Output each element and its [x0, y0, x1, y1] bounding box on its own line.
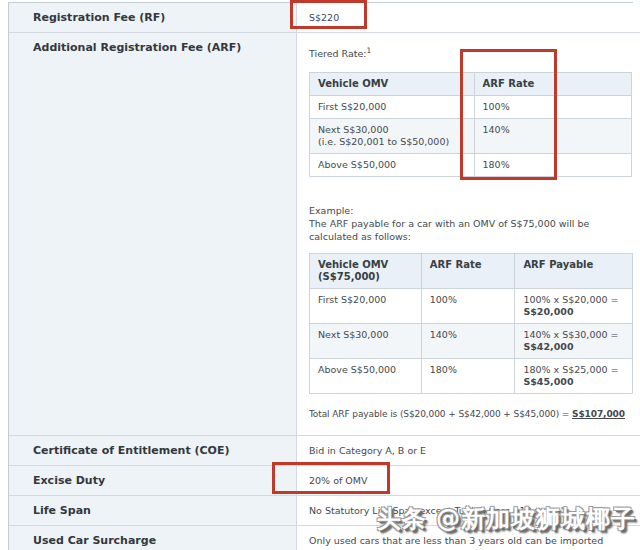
coe-value: Bid in Category A, B or E — [309, 445, 426, 456]
example-rate: 100% — [421, 289, 515, 324]
example-result: S$45,000 — [523, 376, 624, 388]
example-row: Above S$50,000 180% 180% x S$25,000 = S$… — [310, 359, 633, 394]
tier-table-wrap: Vehicle OMV ARF Rate First S$20,000 100%… — [309, 72, 632, 177]
tier-rate: 100% — [474, 96, 631, 119]
total-arf-line: Total ARF payable is (S$20,000 + S$42,00… — [309, 408, 633, 421]
total-arf-prefix: Total ARF payable is (S$20,000 + S$42,00… — [309, 409, 572, 419]
arf-tier-table: Vehicle OMV ARF Rate First S$20,000 100%… — [309, 72, 632, 177]
example-omv: First S$20,000 — [310, 289, 422, 324]
row-label-coe: Certificate of Entitlement (COE) — [9, 436, 297, 466]
example-result: S$20,000 — [523, 306, 624, 318]
row-label-registration-fee: Registration Fee (RF) — [9, 3, 297, 33]
tiered-rate-footnote: 1 — [367, 46, 372, 55]
example-text: The ARF payable for a car with an OMV of… — [309, 217, 633, 243]
row-value-life-span: No Statutory Life Span except Tuition Ca… — [297, 496, 640, 526]
example-rate: 140% — [421, 324, 515, 359]
example-row: First S$20,000 100% 100% x S$20,000 = S$… — [310, 289, 633, 324]
example-omv: Next S$30,000 — [310, 324, 422, 359]
row-value-registration-fee: S$220 — [297, 3, 640, 33]
arf-example-table: Vehicle OMV (S$75,000) ARF Rate ARF Paya… — [309, 253, 633, 394]
tiered-rate-line: Tiered Rate:1 — [309, 47, 633, 60]
example-block: Example: The ARF payable for a car with … — [309, 204, 633, 243]
tier-omv-note: (i.e. S$20,001 to S$50,000) — [318, 136, 466, 148]
tier-omv: First S$20,000 — [318, 101, 466, 113]
used-car-surcharge-value: Only used cars that are less than 3 year… — [309, 535, 603, 550]
tier-row: First S$20,000 100% — [310, 96, 632, 119]
tier-header-rate: ARF Rate — [474, 73, 631, 96]
example-result: S$42,000 — [523, 341, 624, 353]
example-header-omv: Vehicle OMV (S$75,000) — [310, 254, 422, 289]
row-label-life-span: Life Span — [9, 496, 297, 526]
row-value-excise-duty: 20% of OMV — [297, 466, 640, 496]
registration-fee-value: S$220 — [309, 12, 339, 23]
row-value-arf: Tiered Rate:1 Vehicle OMV ARF Rate First… — [297, 33, 640, 436]
row-label-used-car-surcharge: Used Car Surcharge — [9, 526, 297, 550]
row-label-excise-duty: Excise Duty — [9, 466, 297, 496]
example-calc: 140% x S$30,000 = — [523, 329, 624, 341]
tier-rate: 140% — [474, 119, 631, 154]
example-heading: Example: — [309, 204, 633, 217]
example-rate: 180% — [421, 359, 515, 394]
excise-duty-value: 20% of OMV — [309, 475, 367, 486]
tier-row: Next S$30,000 (i.e. S$20,001 to S$50,000… — [310, 119, 632, 154]
example-row: Next S$30,000 140% 140% x S$30,000 = S$4… — [310, 324, 633, 359]
example-calc: 100% x S$20,000 = — [523, 294, 624, 306]
tier-rate: 180% — [474, 154, 631, 177]
example-header-rate: ARF Rate — [421, 254, 515, 289]
row-label-arf: Additional Registration Fee (ARF) — [9, 33, 297, 436]
life-span-value: No Statutory Life Span except Tuition Ca… — [309, 505, 565, 516]
tier-row: Above S$50,000 180% — [310, 154, 632, 177]
example-omv: Above S$50,000 — [310, 359, 422, 394]
example-header-payable: ARF Payable — [515, 254, 633, 289]
example-calc: 180% x S$25,000 = — [523, 364, 624, 376]
row-value-used-car-surcharge: Only used cars that are less than 3 year… — [297, 526, 634, 550]
vehicle-fee-table: Registration Fee (RF) S$220 Additional R… — [8, 2, 633, 550]
tier-omv: Above S$50,000 — [318, 159, 466, 171]
tiered-rate-label: Tiered Rate: — [309, 48, 367, 59]
total-arf-value: S$107,000 — [572, 409, 625, 419]
tier-header-omv: Vehicle OMV — [310, 73, 475, 96]
row-value-coe: Bid in Category A, B or E — [297, 436, 640, 466]
tier-omv: Next S$30,000 — [318, 124, 466, 136]
